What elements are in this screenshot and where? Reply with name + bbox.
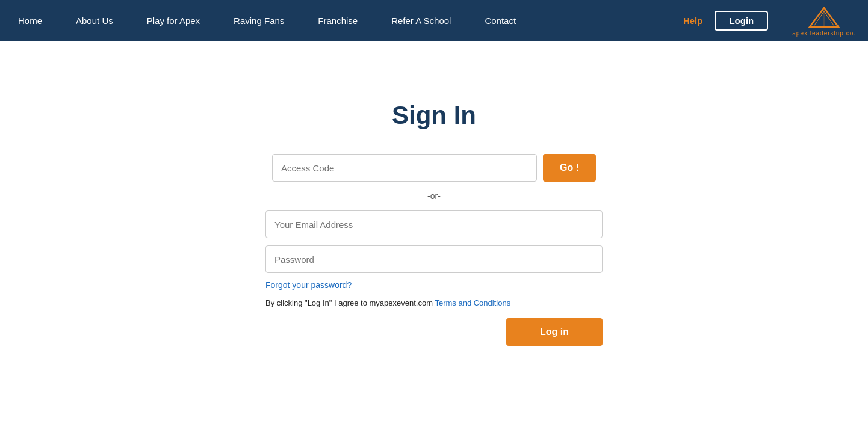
main-content: Sign In Go ! -or- Forgot your password? … — [0, 41, 868, 346]
access-code-input[interactable] — [272, 154, 537, 182]
nav-right: Help Login apex leadership co. — [683, 5, 856, 37]
nav-link-raving-fans[interactable]: Raving Fans — [217, 16, 301, 26]
nav-link-about-us[interactable]: About Us — [59, 16, 130, 26]
forgot-password-link[interactable]: Forgot your password? — [265, 280, 603, 290]
email-input[interactable] — [265, 210, 603, 238]
logo-rest: leadership co. — [808, 30, 856, 37]
logo-text: apex leadership co. — [792, 30, 856, 37]
terms-link[interactable]: Terms and Conditions — [435, 298, 510, 307]
login-action-wrap: Log in — [265, 318, 603, 346]
nav-link-home[interactable]: Home — [12, 16, 59, 26]
access-code-row: Go ! — [272, 154, 596, 182]
nav-link-refer-a-school[interactable]: Refer A School — [374, 16, 468, 26]
nav-links: HomeAbout UsPlay for ApexRaving FansFran… — [12, 16, 683, 26]
nav-link-franchise[interactable]: Franchise — [301, 16, 374, 26]
logo-icon — [806, 5, 842, 30]
sign-in-title: Sign In — [392, 101, 476, 130]
nav-link-contact[interactable]: Contact — [468, 16, 533, 26]
terms-line: By clicking "Log In" I agree to myapexev… — [265, 298, 603, 307]
logo-apex: apex — [792, 30, 808, 37]
nav-link-play-for-apex[interactable]: Play for Apex — [130, 16, 217, 26]
navbar: HomeAbout UsPlay for ApexRaving FansFran… — [0, 0, 868, 41]
password-input[interactable] — [265, 245, 603, 273]
logo-area: apex leadership co. — [792, 5, 856, 37]
login-action-button[interactable]: Log in — [506, 318, 603, 346]
go-button[interactable]: Go ! — [543, 154, 596, 182]
or-separator: -or- — [265, 191, 603, 201]
terms-prefix: By clicking "Log In" I agree to myapexev… — [265, 298, 435, 307]
help-link[interactable]: Help — [683, 16, 703, 26]
login-button[interactable]: Login — [715, 11, 768, 31]
